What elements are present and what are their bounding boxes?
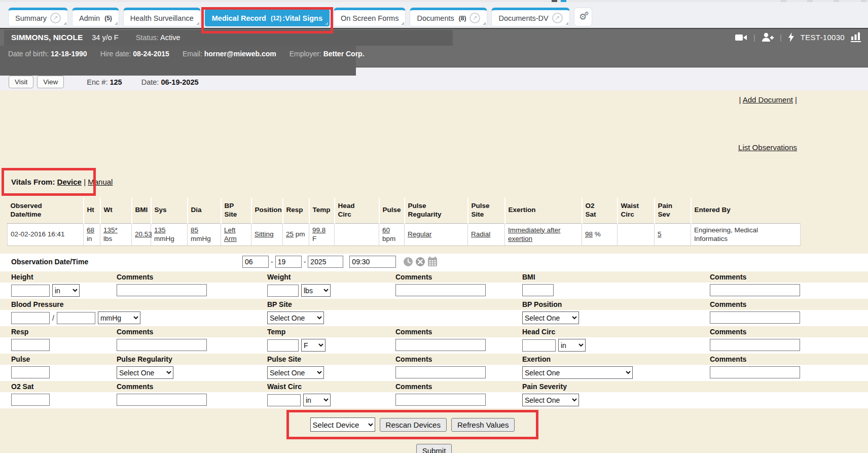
col-bp-site: BP Site: [225, 202, 242, 219]
temp-unit-select[interactable]: F: [301, 339, 326, 352]
height-comments-input[interactable]: [117, 284, 207, 296]
obs-day-input[interactable]: [275, 256, 302, 268]
tab-detail: :Vital Signs: [282, 14, 322, 22]
col-resp: Resp: [286, 206, 303, 215]
pulse-site-link[interactable]: Radial: [471, 230, 490, 238]
pulse-comments-input[interactable]: [395, 366, 486, 378]
patient-age-sex: 34 y/o F: [92, 33, 118, 42]
pain-sev-link[interactable]: 5: [658, 230, 662, 238]
obs-year-input[interactable]: [308, 256, 343, 268]
exertion-select[interactable]: Select One: [522, 366, 633, 379]
wt-value-link[interactable]: 135*: [103, 226, 118, 234]
external-link-icon[interactable]: ↗: [50, 13, 61, 23]
exertion-link[interactable]: Immediately after exertion: [508, 226, 561, 243]
bmi-comments-input[interactable]: [710, 284, 800, 296]
tab-documents[interactable]: Documents (8) ↗: [410, 8, 487, 26]
visit-button[interactable]: Visit: [9, 76, 33, 88]
view-button[interactable]: View: [37, 76, 64, 88]
col-entered-by: Entered By: [695, 206, 731, 215]
bp-systolic-input[interactable]: [11, 312, 50, 324]
height-unit-select[interactable]: in: [52, 284, 80, 297]
col-dia: Dia: [191, 206, 202, 215]
bmi-label: BMI: [522, 273, 535, 281]
head-circ-unit-select[interactable]: in: [558, 339, 586, 352]
select-device-dropdown[interactable]: Select Device: [310, 417, 375, 432]
dia-value-link[interactable]: 85: [191, 226, 198, 234]
exertion-comments-input[interactable]: [710, 366, 800, 378]
pulse-site-select[interactable]: Select One: [267, 366, 324, 379]
col-temp: Temp: [313, 206, 331, 215]
tab-summary[interactable]: Summary ↗: [8, 8, 68, 26]
pulse-site-label: Pulse Site: [267, 355, 301, 363]
tab-admin[interactable]: Admin (5): [72, 8, 119, 26]
weight-input[interactable]: [267, 285, 299, 297]
tab-settings-button[interactable]: ⚙ ⚙: [574, 8, 592, 26]
vitals-from-manual-link[interactable]: Manual: [88, 178, 113, 186]
add-document-link[interactable]: Add Document: [743, 95, 793, 104]
clear-datetime-icon[interactable]: [415, 257, 425, 267]
obs-time-input[interactable]: [349, 256, 396, 268]
temp-value-link[interactable]: 99.8: [312, 226, 326, 234]
quick-action-bolt-icon[interactable]: [788, 32, 794, 42]
sys-value-link[interactable]: 135: [154, 226, 166, 234]
waist-circ-unit-select[interactable]: in: [303, 394, 331, 406]
pulse-input[interactable]: [11, 366, 50, 378]
bp-site-select[interactable]: Select One: [267, 311, 324, 324]
tab-medical-record-vital-signs[interactable]: Medical Record (12) :Vital Signs: [205, 8, 330, 26]
bp-diastolic-input[interactable]: [57, 312, 95, 324]
cell-head-circ: [335, 223, 379, 246]
flowsheet-chart-icon[interactable]: [851, 32, 861, 42]
wt-unit: lbs: [103, 235, 112, 242]
employer-value: Better Corp.: [323, 50, 365, 58]
bmi-input[interactable]: [522, 284, 554, 296]
pulse-regularity-link[interactable]: Regular: [408, 230, 431, 238]
calendar-icon[interactable]: [427, 257, 438, 267]
separator: |: [780, 33, 782, 42]
refresh-values-button[interactable]: Refresh Values: [451, 418, 515, 432]
list-observations-link[interactable]: List Observations: [738, 143, 797, 152]
bp-unit-select[interactable]: mmHg: [98, 311, 140, 324]
status-label: Status:: [136, 33, 159, 42]
weight-unit-select[interactable]: lbs: [301, 284, 331, 297]
waist-circ-input[interactable]: [267, 394, 301, 406]
height-input[interactable]: [11, 285, 50, 297]
temp-input[interactable]: [267, 339, 299, 352]
o2-sat-input[interactable]: [11, 394, 50, 406]
o2-sat-comments-input[interactable]: [117, 394, 207, 406]
head-circ-input[interactable]: [522, 339, 556, 352]
pain-severity-select[interactable]: Select One: [522, 394, 579, 406]
pulse-value-link[interactable]: 60: [382, 226, 390, 234]
bp-position-select[interactable]: Select One: [522, 311, 579, 324]
tab-on-screen-forms[interactable]: On Screen Forms: [334, 8, 406, 26]
waist-circ-comments-input[interactable]: [395, 394, 486, 406]
resp-comments-input[interactable]: [117, 339, 207, 351]
submit-button[interactable]: Submit: [416, 444, 452, 453]
clock-icon[interactable]: [403, 257, 413, 267]
temp-comments-input[interactable]: [395, 339, 486, 351]
external-link-icon[interactable]: ↗: [469, 13, 480, 23]
rescan-devices-button[interactable]: Rescan Devices: [380, 418, 447, 432]
bp-site-link[interactable]: Left Arm: [224, 226, 237, 243]
comments-label: Comments: [710, 328, 746, 336]
ht-value-link[interactable]: 68: [87, 226, 94, 234]
add-person-icon[interactable]: [762, 32, 774, 42]
obs-month-input[interactable]: [242, 256, 269, 268]
weight-comments-input[interactable]: [395, 284, 486, 296]
comments-label: Comments: [710, 355, 746, 363]
pulse-regularity-select[interactable]: Select One: [117, 366, 173, 379]
tab-health-surveillance[interactable]: Health Surveillance: [123, 8, 201, 26]
bmi-value-link[interactable]: 20.53: [135, 230, 152, 238]
form-input-row: in Select One: [0, 392, 868, 408]
separator: |: [795, 95, 797, 104]
resp-input[interactable]: [11, 339, 50, 351]
vitals-from-device-link[interactable]: Device: [57, 178, 82, 186]
external-link-icon[interactable]: ↗: [552, 13, 563, 23]
video-camera-icon[interactable]: [735, 33, 747, 42]
resp-value-link[interactable]: 25: [286, 230, 294, 238]
tab-documents-dv[interactable]: Documents-DV ↗: [491, 8, 569, 26]
cell-temp: 99.8 F: [309, 223, 335, 246]
head-circ-comments-input[interactable]: [710, 339, 800, 351]
o2-sat-link[interactable]: 98: [585, 230, 593, 238]
position-link[interactable]: Sitting: [255, 230, 274, 238]
bp-comments-input[interactable]: [710, 311, 800, 324]
